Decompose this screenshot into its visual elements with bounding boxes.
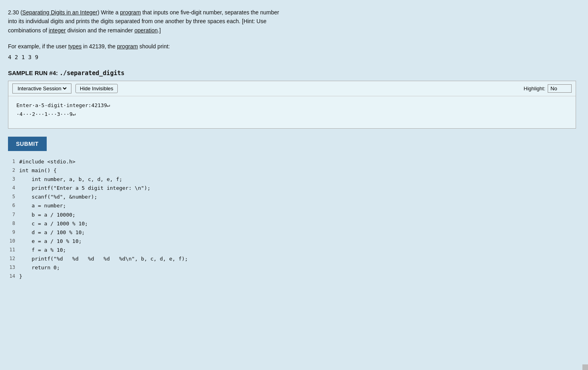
session-container: Interactive Session Hide Invisibles High… xyxy=(8,81,576,129)
sample-run-label: SAMPLE RUN #4: xyxy=(8,70,58,76)
code-line: 13 return 0; xyxy=(8,263,576,272)
line-number: 7 xyxy=(8,211,19,219)
highlight-text: Highlight: xyxy=(524,86,545,92)
problem-title-link: Separating Digits in an Integer xyxy=(22,9,97,16)
problem-description: 2.30 (Separating Digits in an Integer) W… xyxy=(8,8,287,35)
session-dropdown[interactable]: Interactive Session xyxy=(12,84,71,93)
code-line: 4 printf("Enter a 5 digit integer: \n"); xyxy=(8,184,576,193)
scrollbar-corner xyxy=(582,364,588,370)
code-line: 11 f = a % 10; xyxy=(8,246,576,255)
code-line: 3 int number, a, b, c, d, e, f; xyxy=(8,175,576,184)
line-number: 10 xyxy=(8,237,19,246)
code-line: 14} xyxy=(8,272,576,281)
highlight-label: Highlight: xyxy=(524,84,572,93)
program-link2: program xyxy=(117,43,138,50)
session-line-1: Enter·a·5·digit·integer:42139↵ xyxy=(16,101,568,110)
example-output: 4 2 1 3 9 xyxy=(8,53,576,62)
code-line: 2int main() { xyxy=(8,166,576,175)
code-line: 9 d = a / 100 % 10; xyxy=(8,228,576,237)
line-code: c = a / 1000 % 10; xyxy=(19,219,88,228)
code-line: 5 scanf("%d", &number); xyxy=(8,193,576,201)
line-number: 1 xyxy=(8,157,19,166)
example-intro: For example, if the user types in 42139,… xyxy=(8,42,576,51)
line-code: int number, a, b, c, d, e, f; xyxy=(19,175,122,184)
line-number: 14 xyxy=(8,272,19,281)
program-link: program xyxy=(120,9,141,16)
code-line: 10 e = a / 10 % 10; xyxy=(8,237,576,246)
code-line: 12 printf("%d %d %d %d %d\n", b, c, d, e… xyxy=(8,255,576,263)
example-block: For example, if the user types in 42139,… xyxy=(8,42,576,62)
line-code: printf("%d %d %d %d %d\n", b, c, d, e, f… xyxy=(19,255,188,263)
sample-run-command: ./separated_digits xyxy=(59,70,125,77)
line-number: 6 xyxy=(8,201,19,210)
types-link: types xyxy=(68,43,81,50)
line-code: return 0; xyxy=(19,263,60,272)
page-container: 2.30 (Separating Digits in an Integer) W… xyxy=(0,0,588,293)
line-code: #include <stdio.h> xyxy=(19,157,75,166)
integer-link: integer xyxy=(49,27,66,34)
code-line: 1#include <stdio.h> xyxy=(8,157,576,166)
submit-button[interactable]: SUBMIT xyxy=(8,137,47,151)
code-line: 7 b = a / 10000; xyxy=(8,211,576,219)
line-code: printf("Enter a 5 digit integer: \n"); xyxy=(19,184,150,193)
line-number: 11 xyxy=(8,246,19,255)
code-area: 1#include <stdio.h>2int main() {3 int nu… xyxy=(8,157,576,281)
code-line: 6 a = number; xyxy=(8,201,576,210)
line-number: 5 xyxy=(8,193,19,201)
session-content: Enter·a·5·digit·integer:42139↵ ·4···2···… xyxy=(8,96,576,128)
session-toolbar: Interactive Session Hide Invisibles High… xyxy=(8,81,576,96)
line-number: 8 xyxy=(8,219,19,228)
session-line-2: ·4···2···1···3···9↵ xyxy=(16,110,568,119)
line-number: 12 xyxy=(8,255,19,263)
line-code: f = a % 10; xyxy=(19,246,66,255)
line-code: scanf("%d", &number); xyxy=(19,193,97,201)
line-code: e = a / 10 % 10; xyxy=(19,237,82,246)
hide-invisibles-button[interactable]: Hide Invisibles xyxy=(75,84,118,93)
line-code: int main() { xyxy=(19,166,57,175)
line-code: b = a / 10000; xyxy=(19,211,75,219)
line-code: d = a / 100 % 10; xyxy=(19,228,85,237)
operation-link: operation xyxy=(135,27,158,34)
problem-text-content: 2.30 (Separating Digits in an Integer) W… xyxy=(8,9,279,34)
line-number: 13 xyxy=(8,263,19,272)
sample-run-header: SAMPLE RUN #4: ./separated_digits xyxy=(8,70,576,77)
code-line: 8 c = a / 1000 % 10; xyxy=(8,219,576,228)
line-number: 3 xyxy=(8,175,19,184)
line-number: 9 xyxy=(8,228,19,237)
session-select[interactable]: Interactive Session xyxy=(16,85,68,92)
line-code: a = number; xyxy=(19,201,66,210)
line-code: } xyxy=(19,272,22,281)
highlight-input[interactable] xyxy=(548,84,572,93)
line-number: 4 xyxy=(8,184,19,193)
line-number: 2 xyxy=(8,166,19,175)
